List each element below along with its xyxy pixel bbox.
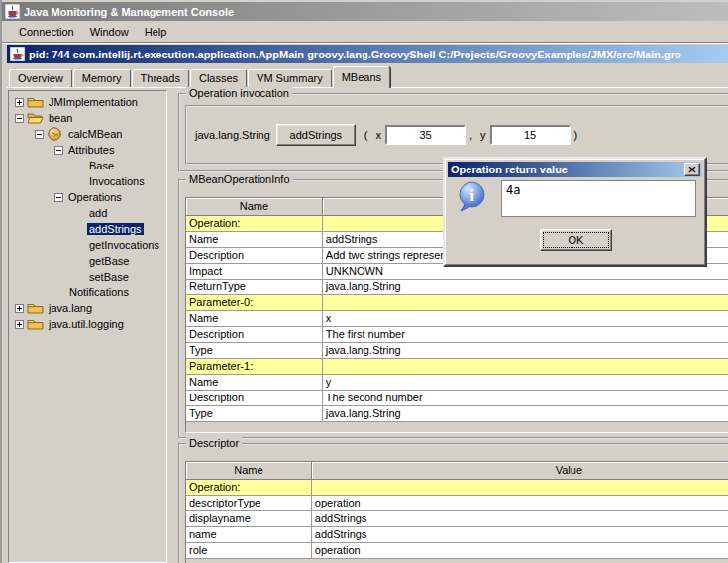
tree-item-Base[interactable]: Base — [9, 158, 166, 173]
cell-name[interactable]: Parameter-0: — [186, 294, 322, 310]
cell-value[interactable]: The first number — [322, 326, 728, 342]
cell-name[interactable]: Description — [186, 390, 322, 405]
cell-value[interactable]: The second number — [322, 390, 728, 405]
column-header-name[interactable]: Name — [186, 198, 322, 215]
param-input-x[interactable] — [385, 125, 466, 145]
tab-classes[interactable]: Classes — [190, 69, 247, 87]
tree-item-Notifications[interactable]: Notifications — [9, 284, 166, 300]
tab-memory[interactable]: Memory — [73, 69, 131, 87]
cell-value[interactable]: x — [322, 310, 728, 326]
tree-item-java.util.logging[interactable]: java.util.logging — [9, 316, 166, 332]
table-row[interactable]: Typejava.lang.String — [186, 405, 728, 421]
tree-item-setBase[interactable]: setBase — [9, 269, 166, 284]
descriptor-table: NameValueOperation:descriptorTypeoperati… — [186, 462, 728, 559]
table-row[interactable]: Namey — [186, 374, 728, 390]
tree-toggle-expand-icon[interactable] — [15, 98, 24, 107]
cell-name[interactable]: name — [186, 526, 311, 542]
table-row[interactable]: Operation: — [186, 479, 728, 495]
cell-name[interactable]: Description — [186, 247, 322, 263]
cell-name[interactable]: Name — [186, 374, 322, 390]
invocation-row: java.lang.String addStrings (x,y) — [195, 124, 586, 146]
cell-value[interactable]: addStrings — [311, 510, 728, 526]
tree-item-java.lang[interactable]: java.lang — [9, 300, 166, 316]
table-row[interactable]: Parameter-0: — [186, 294, 728, 310]
dialog-close-icon[interactable] — [684, 163, 700, 176]
cell-value[interactable]: addStrings — [311, 526, 728, 542]
tree-item-label: bean — [47, 112, 74, 124]
tree-item-add[interactable]: add — [9, 205, 166, 221]
table-row[interactable]: Parameter-1: — [186, 358, 728, 374]
cell-value[interactable]: java.lang.String — [322, 405, 728, 421]
tree-item-addStrings[interactable]: addStrings — [9, 221, 166, 237]
cell-value[interactable]: operation — [311, 495, 728, 510]
tree-toggle-expand-icon[interactable] — [15, 304, 24, 313]
tab-threads[interactable]: Threads — [132, 69, 189, 87]
cell-value[interactable] — [322, 358, 728, 374]
table-row[interactable]: displaynameaddStrings — [186, 510, 728, 526]
tree-item-label: addStrings — [87, 223, 144, 235]
tab-overview[interactable]: Overview — [9, 69, 72, 87]
cell-name[interactable]: Parameter-1: — [186, 358, 322, 374]
table-row[interactable]: descriptorTypeoperation — [186, 495, 728, 510]
dialog-titlebar[interactable]: Operation return value — [448, 162, 702, 177]
table-row[interactable]: roleoperation — [186, 542, 728, 558]
tree-item-label: getBase — [87, 255, 131, 267]
cell-name[interactable]: Type — [186, 342, 322, 358]
table-row[interactable]: DescriptionThe second number — [186, 390, 728, 405]
svg-text:i: i — [469, 186, 474, 205]
table-row[interactable]: ReturnTypejava.lang.String — [186, 279, 728, 294]
tree-item-Invocations[interactable]: Invocations — [9, 173, 166, 189]
cell-name[interactable]: role — [186, 542, 311, 558]
tree-item-JMImplementation[interactable]: JMImplementation — [9, 94, 166, 110]
cell-name[interactable]: Type — [186, 405, 322, 421]
cell-name[interactable]: Description — [186, 326, 322, 342]
table-row[interactable]: Namex — [186, 310, 728, 326]
param-input-y[interactable] — [490, 125, 571, 145]
cell-value[interactable]: java.lang.String — [322, 342, 728, 358]
tree-item-Attributes[interactable]: Attributes — [9, 142, 166, 158]
table-row[interactable]: DescriptionThe first number — [186, 326, 728, 342]
connection-titlebar[interactable]: pid: 744 com.intellij.rt.execution.appli… — [7, 45, 728, 63]
dialog-title: Operation return value — [448, 164, 684, 175]
cell-name[interactable]: ReturnType — [186, 279, 322, 294]
menu-item-window[interactable]: Window — [82, 24, 137, 40]
cell-name[interactable]: Impact — [186, 263, 322, 279]
tree-item-Operations[interactable]: Operations — [9, 189, 166, 205]
table-row[interactable]: nameaddStrings — [186, 526, 728, 542]
menubar: ConnectionWindowHelp — [2, 21, 728, 43]
tree-toggle-expand-icon[interactable] — [15, 320, 24, 329]
tree-toggle-collapse-icon[interactable] — [15, 114, 24, 123]
window-titlebar[interactable]: Java Monitoring & Management Console — [2, 2, 728, 21]
cell-value[interactable]: y — [322, 374, 728, 390]
cell-name[interactable]: Name — [186, 310, 322, 326]
menu-item-connection[interactable]: Connection — [11, 24, 82, 40]
column-header-value[interactable]: Value — [311, 462, 728, 479]
table-row[interactable]: Typejava.lang.String — [186, 342, 728, 358]
cell-name[interactable]: Operation: — [186, 479, 311, 495]
cell-value[interactable] — [311, 479, 728, 495]
tree-item-label: java.lang — [47, 302, 94, 314]
tab-vm-summary[interactable]: VM Summary — [248, 69, 332, 87]
cell-value[interactable] — [322, 294, 728, 310]
tree-toggle-collapse-icon[interactable] — [54, 146, 63, 155]
tree-item-calcMBean[interactable]: calcMBean — [9, 126, 166, 142]
tree-item-label: Base — [87, 160, 116, 171]
param-name-x: x — [376, 129, 382, 141]
tree-item-getInvocations[interactable]: getInvocations — [9, 237, 166, 253]
tree-item-bean[interactable]: bean — [9, 110, 166, 126]
cell-name[interactable]: Name — [186, 231, 322, 247]
addstrings-invoke-button[interactable]: addStrings — [276, 124, 356, 146]
menu-item-help[interactable]: Help — [137, 24, 175, 40]
tree-toggle-collapse-icon[interactable] — [54, 193, 63, 202]
tab-mbeans[interactable]: MBeans — [333, 66, 390, 88]
column-header-name[interactable]: Name — [186, 462, 311, 479]
tree-toggle-collapse-icon[interactable] — [35, 130, 44, 139]
return-value-field[interactable]: 4a — [501, 180, 696, 217]
cell-name[interactable]: Operation: — [186, 215, 322, 231]
cell-name[interactable]: displayname — [186, 510, 311, 526]
tree-item-getBase[interactable]: getBase — [9, 253, 166, 269]
ok-button[interactable]: OK — [540, 229, 612, 251]
cell-value[interactable]: operation — [311, 542, 728, 558]
cell-value[interactable]: java.lang.String — [322, 279, 728, 294]
cell-name[interactable]: descriptorType — [186, 495, 311, 510]
